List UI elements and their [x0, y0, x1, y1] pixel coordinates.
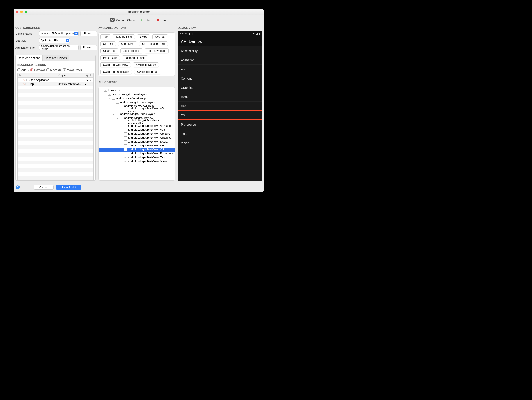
element-icon: ⋯ — [124, 148, 127, 151]
tab-recorded-actions[interactable]: Recorded Actions — [16, 55, 42, 61]
action-set-text[interactable]: Set Text — [100, 41, 116, 46]
tree-node[interactable]: ⋯android.widget.TextView - Media — [99, 140, 175, 144]
tree-node[interactable]: ⋯android.widget.TextView - Accessibility — [99, 120, 175, 124]
chevron-down-icon[interactable]: ⌄ — [104, 93, 107, 96]
tree-node[interactable]: ⋯android.widget.TextView - API Demos — [99, 108, 175, 112]
element-icon: ⋯ — [124, 121, 127, 123]
chevron-down-icon[interactable]: ⌄ — [108, 97, 111, 100]
remove-action-button[interactable]: 🗑Remove — [30, 68, 45, 71]
table-row-empty — [18, 161, 94, 164]
tree-node[interactable]: ⋯android.widget.TextView - NFC — [99, 144, 175, 148]
table-row[interactable]: ✕1 - Start Application"/Users/xu — [18, 78, 94, 81]
device-list-item[interactable]: Content — [178, 74, 262, 83]
device-list-item[interactable]: Animation — [178, 55, 262, 64]
chevron-down-icon[interactable]: ⌄ — [100, 89, 103, 92]
stop-button[interactable]: Stop — [155, 18, 167, 22]
device-list-item[interactable]: Accessibility — [178, 46, 262, 55]
start-button[interactable]: Start — [139, 18, 152, 22]
element-icon: ⋯ — [124, 136, 127, 139]
element-icon: ⋯ — [124, 125, 127, 127]
tree-node-label: android.widget.TextView - Media — [128, 140, 168, 143]
help-icon[interactable]: ? — [16, 185, 20, 189]
device-list-item[interactable]: Text — [178, 129, 262, 138]
table-row-empty — [18, 156, 94, 161]
action-send-keys[interactable]: Send Keys — [118, 41, 137, 46]
action-tap-and-hold[interactable]: Tap And Hold — [113, 34, 134, 39]
move-up-button[interactable]: ↑Move Up — [46, 68, 62, 71]
browse-button[interactable]: Browse... — [80, 45, 97, 50]
device-app-title: API Demos — [178, 36, 262, 46]
start-label: Start — [146, 19, 152, 22]
action-switch-to-portrait[interactable]: Switch To Portrait — [134, 69, 161, 74]
mobile-recorder-window: Mobile Recorder Capture Object Start Sto… — [14, 9, 264, 192]
device-list-item[interactable]: Graphics — [178, 83, 262, 92]
application-file-input[interactable]: /Users/xuan.tran/Katalon Studio — [39, 45, 79, 50]
table-row[interactable]: ✕2 - Tapandroid.widget.Button0 — [18, 81, 94, 86]
action-get-text[interactable]: Get Text — [152, 34, 168, 39]
start-with-select[interactable]: Application File — [39, 38, 70, 43]
element-icon: ⋯ — [124, 160, 127, 163]
start-with-label: Start with — [15, 39, 37, 42]
action-hide-keyboard[interactable]: Hide Keyboard — [145, 49, 169, 53]
camera-icon — [110, 18, 114, 22]
device-list-item[interactable]: App — [178, 64, 262, 74]
tree-node[interactable]: ⋯android.widget.TextView - Animation — [99, 124, 175, 128]
device-list-item[interactable]: Preference — [178, 120, 262, 129]
device-view: 4:32 ⟳ ▮ ▯ ▾ ◢ ▮ API Demos Accessibility… — [178, 31, 262, 181]
action-take-screenshot[interactable]: Take Screenshot — [122, 56, 148, 60]
tree-node[interactable]: ⋯android.widget.TextView - Preference — [99, 151, 175, 156]
table-row-empty — [18, 117, 94, 121]
tree-node[interactable]: ⌄⋯android.widget.FrameLayout — [99, 100, 175, 104]
save-script-button[interactable]: Save Script — [56, 185, 81, 190]
action-tap[interactable]: Tap — [100, 34, 110, 39]
capture-object-button[interactable]: Capture Object — [110, 18, 135, 22]
sync-icon: ⟳ — [185, 32, 187, 35]
action-switch-to-web-view[interactable]: Switch To Web View — [100, 62, 131, 67]
refresh-button[interactable]: Refresh — [80, 31, 97, 36]
device-name-select[interactable]: emulator-5554 (sdk_gphone — [39, 31, 79, 36]
chevron-down-icon[interactable]: ⌄ — [112, 113, 115, 115]
cancel-button[interactable]: Cancel — [34, 185, 54, 190]
col-input: Input — [83, 73, 94, 77]
tree-node-label: android.widget.TextView - Graphics — [128, 136, 171, 139]
tree-node[interactable]: ⋯android.widget.TextView - Graphics — [99, 136, 175, 140]
tree-node[interactable]: ⌄⋯hierarchy — [99, 88, 175, 92]
element-icon: ⋯ — [124, 140, 127, 143]
table-row-empty — [18, 164, 94, 169]
tree-node[interactable]: ⋯android.widget.TextView - App — [99, 128, 175, 132]
action-switch-to-native[interactable]: Switch To Native — [133, 62, 159, 67]
device-list-item[interactable]: Media — [178, 92, 262, 101]
action-swipe[interactable]: Swipe — [137, 34, 150, 39]
tree-node-label: android.widget.FrameLayout — [120, 112, 155, 116]
capture-label: Capture Object — [116, 19, 135, 22]
action-scroll-to-text[interactable]: Scroll To Text — [120, 49, 142, 53]
action-clear-text[interactable]: Clear Text — [100, 49, 118, 53]
device-list-item[interactable]: OS — [178, 111, 262, 120]
action-switch-to-landscape[interactable]: Switch To Landscape — [100, 69, 132, 74]
chevron-down-icon[interactable]: ⌄ — [116, 105, 119, 107]
element-icon: ⋯ — [124, 144, 127, 147]
tree-node-label: hierarchy — [108, 89, 120, 92]
tree-node[interactable]: ⋯android.widget.TextView - OS — [99, 148, 175, 151]
action-set-encrypted-text[interactable]: Set Encrypted Text — [139, 41, 168, 46]
available-actions-panel: TapTap And HoldSwipeGet TextSet TextSend… — [98, 32, 175, 76]
device-list-item[interactable]: Views — [178, 138, 262, 147]
move-down-button[interactable]: ↓Move Down — [63, 68, 82, 71]
action-press-back[interactable]: Press Back — [100, 56, 120, 60]
bug-icon: ▮ — [189, 32, 190, 35]
device-list-item[interactable]: NFC — [178, 101, 262, 111]
tree-node[interactable]: ⌄⋯android.view.ViewGroup — [99, 96, 175, 100]
table-row-empty — [18, 101, 94, 105]
chevron-down-icon[interactable]: ⌄ — [112, 101, 115, 104]
tree-node[interactable]: ⋯android.widget.TextView - Content — [99, 132, 175, 136]
add-action-button[interactable]: +Add — [17, 68, 29, 71]
tree-node[interactable]: ⋯android.widget.TextView - Text — [99, 156, 175, 159]
left-tabs: Recorded Actions Captured Objects — [15, 55, 96, 61]
table-row-empty — [18, 129, 94, 133]
chevron-down-icon[interactable]: ⌄ — [116, 117, 119, 119]
tab-captured-objects[interactable]: Captured Objects — [42, 55, 69, 61]
tree-node[interactable]: ⌄⋯android.widget.FrameLayout — [99, 92, 175, 96]
window-title: Mobile Recorder — [14, 10, 264, 13]
recorded-actions-table: Item Object Input ✕1 - Start Application… — [17, 73, 94, 181]
tree-node[interactable]: ⋯android.widget.TextView - Views — [99, 159, 175, 163]
